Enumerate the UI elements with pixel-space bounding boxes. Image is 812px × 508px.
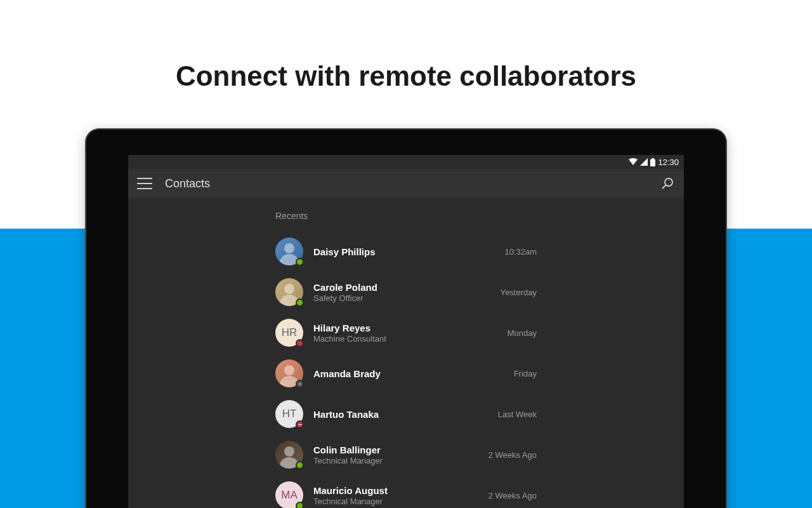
contact-info: Amanda Brady xyxy=(313,368,514,379)
contact-name: Carole Poland xyxy=(313,282,501,293)
section-header: Recents xyxy=(273,211,539,221)
contact-row[interactable]: Colin BallingerTechnical Manager2 Weeks … xyxy=(273,434,539,475)
presence-indicator xyxy=(296,502,304,508)
presence-indicator xyxy=(296,339,304,347)
svg-rect-0 xyxy=(652,158,654,159)
contact-role: Technical Manager xyxy=(313,497,488,506)
svg-point-2 xyxy=(665,178,672,186)
presence-indicator xyxy=(296,258,304,266)
contact-name: Hilary Reyes xyxy=(313,323,508,333)
avatar: MA xyxy=(275,481,303,508)
avatar: HR xyxy=(275,319,303,347)
contact-info: Carole PolandSafety Officer xyxy=(313,282,501,303)
svg-point-18 xyxy=(284,446,294,457)
presence-indicator xyxy=(296,380,304,388)
avatar xyxy=(275,237,303,265)
presence-indicator xyxy=(296,420,304,429)
contact-time: 10:32am xyxy=(504,247,537,257)
app-bar: Contacts xyxy=(128,169,684,198)
contact-role: Technical Manager xyxy=(313,456,488,465)
contact-time: 2 Weeks Ago xyxy=(488,491,537,500)
contact-row[interactable]: Amanda BradyFriday xyxy=(273,353,539,394)
contact-name: Hartuo Tanaka xyxy=(313,409,498,420)
contact-row[interactable]: MAMauricio AugustTechnical Manager2 Week… xyxy=(273,475,539,508)
contact-role: Machine Consultant xyxy=(313,334,508,344)
contact-row[interactable]: Carole PolandSafety OfficerYesterday xyxy=(273,272,539,312)
status-time: 12:30 xyxy=(658,157,679,167)
contact-time: 2 Weeks Ago xyxy=(488,450,537,460)
screen: 12:30 Contacts Recents Daisy Phillips10:… xyxy=(128,155,684,508)
contact-info: Mauricio AugustTechnical Manager xyxy=(313,485,488,506)
contact-info: Colin BallingerTechnical Manager xyxy=(313,444,488,465)
svg-point-14 xyxy=(284,365,294,375)
contact-role: Safety Officer xyxy=(313,293,501,303)
svg-point-10 xyxy=(284,284,294,294)
content-area: Recents Daisy Phillips10:32amCarole Pola… xyxy=(128,198,684,508)
contact-time: Friday xyxy=(514,369,537,378)
contact-row[interactable]: HTHartuo TanakaLast Week xyxy=(273,394,539,434)
contact-info: Hartuo Tanaka xyxy=(313,409,498,420)
contact-time: Last Week xyxy=(498,410,537,419)
app-title: Contacts xyxy=(165,177,210,190)
contact-info: Hilary ReyesMachine Consultant xyxy=(313,323,508,344)
page-headline: Connect with remote collaborators xyxy=(0,60,812,92)
status-bar: 12:30 xyxy=(128,155,684,169)
avatar xyxy=(275,441,303,469)
contact-row[interactable]: HRHilary ReyesMachine ConsultantMonday xyxy=(273,312,539,353)
avatar xyxy=(275,359,303,387)
contact-name: Colin Ballinger xyxy=(313,444,488,455)
contact-info: Daisy Phillips xyxy=(313,246,504,257)
contact-name: Mauricio August xyxy=(313,485,488,496)
presence-indicator xyxy=(296,461,304,469)
svg-line-3 xyxy=(662,185,665,189)
tablet-frame: 12:30 Contacts Recents Daisy Phillips10:… xyxy=(86,130,726,508)
svg-rect-1 xyxy=(650,159,655,166)
wifi-icon xyxy=(629,158,638,166)
contact-time: Yesterday xyxy=(501,288,537,297)
avatar: HT xyxy=(275,400,303,428)
presence-indicator xyxy=(296,298,304,307)
contact-row[interactable]: Daisy Phillips10:32am xyxy=(273,231,539,272)
svg-point-6 xyxy=(284,243,294,253)
contact-name: Amanda Brady xyxy=(313,368,514,379)
avatar xyxy=(275,278,303,306)
contact-list: Daisy Phillips10:32amCarole PolandSafety… xyxy=(273,231,539,508)
signal-icon xyxy=(640,158,648,166)
contact-time: Monday xyxy=(508,328,537,338)
search-icon[interactable] xyxy=(660,176,675,191)
battery-icon xyxy=(650,158,655,166)
menu-icon[interactable] xyxy=(137,178,152,189)
contact-name: Daisy Phillips xyxy=(313,246,504,257)
